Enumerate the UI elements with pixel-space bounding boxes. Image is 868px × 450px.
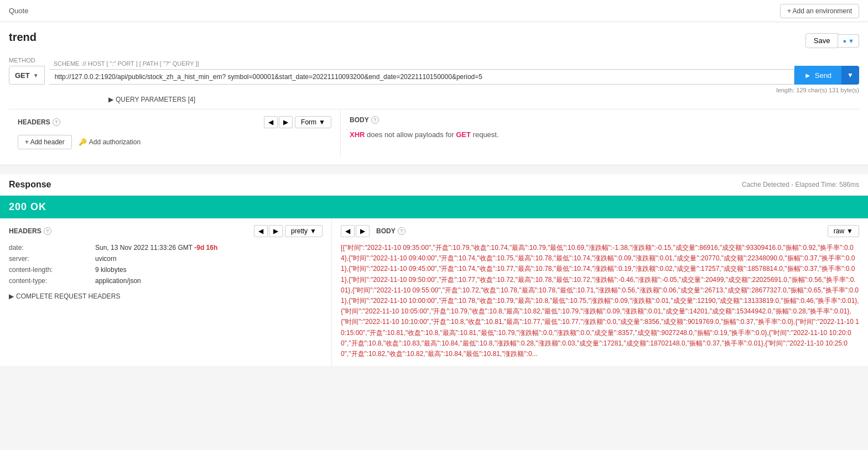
request-title: trend (9, 31, 37, 44)
save-button[interactable]: Save (805, 33, 839, 48)
body-panel: BODY ? XHR does not allow payloads for G… (341, 109, 859, 156)
resp-header-server-key: server: (9, 255, 86, 263)
headers-label: HEADERS ? (18, 118, 60, 126)
get-text: GET (456, 130, 471, 139)
response-headers-help-icon[interactable]: ? (44, 227, 51, 235)
response-header: Response Cache Detected - Elapsed Time: … (0, 174, 868, 196)
response-body-label: BODY ? (376, 227, 406, 235)
resp-header-date-key: date: (9, 244, 86, 252)
method-arrow-icon: ▼ (33, 72, 39, 79)
resp-header-contentlength-value: 9 kilobytes (95, 266, 127, 274)
send-icon: ► (804, 71, 812, 80)
response-title: Response (9, 180, 51, 190)
length-info: length: 129 char(s) 131 byte(s) (9, 87, 859, 93)
top-bar: Quote + Add an environment (0, 0, 868, 22)
resp-header-contenttype-key: content-type: (9, 277, 86, 285)
response-headers-label: HEADERS ? (9, 227, 51, 235)
resp-header-server-value: uvicorn (95, 255, 117, 263)
url-input[interactable] (49, 69, 794, 85)
resp-body-next-arrow[interactable]: ▶ (356, 225, 370, 237)
add-environment-button[interactable]: + Add an environment (780, 4, 859, 18)
headers-panel: HEADERS ? ◀ ▶ Form ▼ + Add header (9, 109, 341, 156)
resp-header-row: date: Sun, 13 Nov 2022 11:33:26 GMT -9d … (9, 244, 323, 252)
elapsed-time: Cache Detected - Elapsed Time: 586ms (742, 181, 859, 189)
resp-header-row: content-type: application/json (9, 277, 323, 285)
query-params-arrow-icon: ▶ (108, 96, 113, 103)
scheme-label: SCHEME :// HOST [ ":" PORT ] [ PATH [ "?… (54, 60, 794, 67)
headers-next-arrow[interactable]: ▶ (279, 116, 293, 128)
raw-button[interactable]: raw ▼ (828, 225, 859, 237)
headers-actions: + Add header 🔑 Add authorization (9, 135, 340, 149)
pretty-dropdown-icon: ▼ (310, 227, 316, 235)
method-select[interactable]: GET ▼ (9, 66, 45, 85)
key-icon: 🔑 (79, 138, 87, 146)
headers-help-icon[interactable]: ? (53, 118, 60, 126)
request-section: trend Save ● ▼ METHOD GET ▼ SCHEME :// H… (0, 22, 868, 165)
resp-headers-prev-arrow[interactable]: ◀ (254, 225, 268, 237)
send-button[interactable]: ► Send (794, 66, 841, 85)
add-header-button[interactable]: + Add header (18, 135, 72, 149)
response-section: Response Cache Detected - Elapsed Time: … (0, 174, 868, 366)
resp-header-contenttype-value: application/json (95, 277, 141, 285)
complete-request-headers-toggle[interactable]: ▶ COMPLETE REQUEST HEADERS (0, 288, 331, 300)
body-help-icon[interactable]: ? (371, 116, 379, 124)
resp-header-row: server: uvicorn (9, 255, 323, 263)
send-dropdown-button[interactable]: ▼ (841, 66, 859, 85)
xhr-notice: XHR does not allow payloads for GET requ… (350, 130, 850, 139)
method-label: METHOD (9, 57, 45, 64)
resp-headers-next-arrow[interactable]: ▶ (269, 225, 283, 237)
form-dropdown-icon: ▼ (319, 118, 325, 126)
save-dropdown-button[interactable]: ● ▼ (838, 34, 859, 48)
response-content: HEADERS ? ◀ ▶ pretty ▼ date: (0, 218, 868, 366)
query-params-label: QUERY PARAMETERS [4] (116, 96, 195, 103)
response-body-panel: ◀ ▶ BODY ? raw ▼ [{"时间":"2022-11-10 (332, 218, 868, 366)
form-button[interactable]: Form ▼ (295, 116, 331, 128)
body-label: BODY ? (350, 116, 379, 124)
add-authorization-button[interactable]: 🔑 Add authorization (79, 138, 141, 146)
xhr-text: XHR (350, 130, 365, 139)
method-value: GET (15, 71, 30, 80)
response-headers-table: date: Sun, 13 Nov 2022 11:33:26 GMT -9d … (0, 244, 331, 285)
response-headers-panel: HEADERS ? ◀ ▶ pretty ▼ date: (0, 218, 332, 366)
resp-body-help-icon[interactable]: ? (398, 227, 406, 235)
raw-dropdown-icon: ▼ (846, 227, 853, 235)
headers-prev-arrow[interactable]: ◀ (264, 116, 278, 128)
response-body-content[interactable]: [{"时间":"2022-11-10 09:35:00","开盘":10.79,… (341, 243, 859, 359)
resp-header-contentlength-key: content-length: (9, 266, 86, 274)
pretty-button[interactable]: pretty ▼ (285, 225, 323, 237)
resp-body-prev-arrow[interactable]: ◀ (341, 225, 355, 237)
resp-header-row: content-length: 9 kilobytes (9, 266, 323, 274)
resp-header-date-value: Sun, 13 Nov 2022 11:33:26 GMT -9d 16h (95, 244, 217, 252)
status-bar: 200 OK (0, 196, 868, 218)
query-params-toggle[interactable]: ▶ QUERY PARAMETERS [4] (108, 96, 195, 103)
complete-req-arrow-icon: ▶ (9, 292, 14, 300)
page-title: Quote (9, 7, 28, 15)
